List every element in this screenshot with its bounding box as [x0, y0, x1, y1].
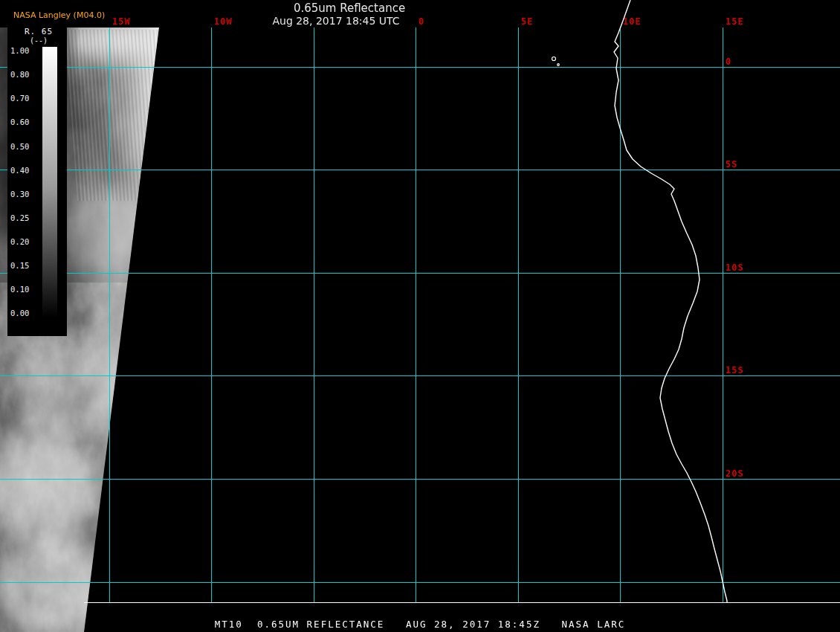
colorbar-units: (--)	[10, 36, 67, 45]
colorbar-ticks: 1.000.800.700.600.500.400.300.250.200.15…	[10, 47, 40, 317]
colorbar-title: R. 65	[10, 27, 67, 36]
agency-version-label: NASA Langley (M04.0)	[13, 10, 105, 20]
colorbar-tick-label: 0.00	[10, 309, 40, 317]
datetime-label: Aug 28, 2017 18:45 UTC	[272, 15, 399, 27]
map-bottom-border	[84, 602, 840, 603]
colorbar-gradient	[42, 47, 57, 317]
satellite-viewer: 15W10W05E10E15E05S10S15S20S R. 65 (--) 1…	[0, 0, 840, 632]
colorbar-tick-label: 0.20	[10, 238, 40, 246]
colorbar-tick-label: 0.25	[10, 214, 40, 222]
colorbar-tick-label: 0.40	[10, 167, 40, 175]
colorbar-tick-label: 0.15	[10, 262, 40, 270]
colorbar-legend: R. 65 (--) 1.000.800.700.600.500.400.300…	[7, 25, 67, 336]
page-title: 0.65um Reflectance	[294, 1, 405, 15]
colorbar-tick-label: 0.60	[10, 118, 40, 126]
colorbar-tick-label: 0.50	[10, 143, 40, 151]
colorbar-tick-label: 1.00	[10, 47, 40, 55]
footer-caption: MT10 0.65UM REFLECTANCE AUG 28, 2017 18:…	[215, 619, 626, 630]
colorbar-tick-label: 0.30	[10, 190, 40, 199]
island-outline	[558, 64, 560, 66]
colorbar-tick-label: 0.10	[10, 286, 40, 294]
colorbar-body: 1.000.800.700.600.500.400.300.250.200.15…	[10, 47, 67, 317]
colorbar-tick-label: 0.70	[10, 94, 40, 103]
colorbar-tick-label: 0.80	[10, 71, 40, 79]
coastline-layer	[0, 0, 840, 632]
island-outline	[552, 57, 556, 61]
coastline	[614, 0, 727, 602]
